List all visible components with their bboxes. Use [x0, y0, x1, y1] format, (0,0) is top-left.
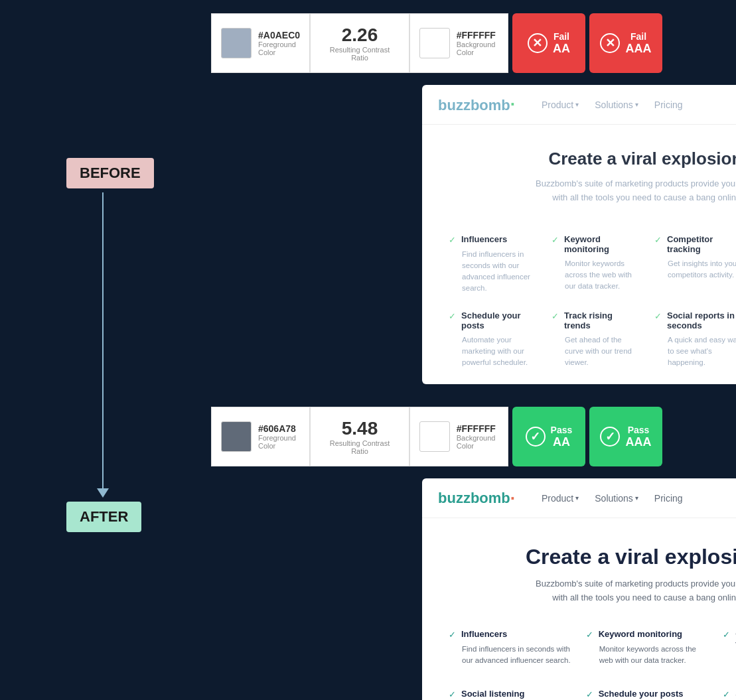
before-bg-color-box: #FFFFFF Background Color	[409, 13, 508, 73]
after-feature-competitor-desc: Insights into your competitors activity …	[723, 653, 736, 676]
before-feature-keyword: ✓ Keyword monitoring Monitor keywords ac…	[552, 234, 641, 295]
before-bg-swatch	[419, 28, 450, 58]
before-navbar: buzzbomb· Product ▾ Solutions ▾ Pricing …	[422, 85, 736, 125]
before-contrast-box: 2.26 Resulting Contrast Ratio	[310, 13, 409, 73]
before-check-competitor: ✓	[654, 235, 662, 245]
before-nav-solutions[interactable]: Solutions ▾	[588, 96, 645, 114]
before-fg-color-box: #A0AEC0 Foreground Color	[211, 13, 310, 73]
before-contrast-number: 2.26	[342, 25, 378, 46]
after-pass-aaa-badge: ✓ Pass AAA	[589, 407, 662, 466]
before-feature-competitor-title: Competitor tracking	[667, 234, 736, 254]
before-fail-aa-status: Fail	[553, 31, 569, 42]
before-hero: Create a viral explosion. Buzzbomb's sui…	[422, 125, 736, 218]
before-feature-trends-title: Track rising trends	[564, 311, 641, 330]
before-fg-hex: #A0AEC0	[258, 30, 300, 40]
after-checker-row: #606A78 Foreground Color 5.48 Resulting …	[211, 407, 662, 466]
after-navbar: buzzbomb· Product ▾ Solutions ▾ Pricing …	[422, 478, 736, 518]
after-bg-color-box: #FFFFFF Background Color	[409, 407, 508, 466]
after-hero: Create a viral explosion. Buzzbomb's sui…	[422, 518, 736, 618]
after-pass-aa-level: AA	[553, 435, 570, 449]
before-check-influencers: ✓	[449, 235, 456, 245]
after-pass-aa-icon: ✓	[526, 427, 546, 447]
before-feature-competitor: ✓ Competitor tracking Get insights into …	[654, 234, 736, 295]
before-fail-aaa-level: AAA	[625, 42, 651, 56]
before-fg-label: Foreground Color	[258, 40, 300, 56]
before-fail-aaa-status: Fail	[630, 31, 646, 42]
before-feature-keyword-title: Keyword monitoring	[564, 234, 641, 254]
after-contrast-label: Resulting Contrast Ratio	[321, 439, 398, 455]
after-contrast-number: 5.48	[342, 418, 378, 439]
after-hero-title: Create a viral explosion.	[449, 545, 736, 569]
before-feature-reports: ✓ Social reports in seconds A quick and …	[654, 311, 736, 369]
after-nav-solutions-chevron: ▾	[635, 494, 638, 502]
after-bg-label: Background Color	[457, 434, 498, 450]
after-feature-reports: ✓ Social reports in seconds A quick and …	[723, 689, 736, 700]
after-features-grid: ✓ Influencers Find influencers in second…	[422, 618, 736, 700]
before-fg-swatch	[221, 28, 252, 58]
after-feature-competitor: ✓ Competitor & trends tracking Insights …	[723, 629, 736, 676]
after-pass-aa-status: Pass	[551, 425, 573, 435]
after-check-social-listening: ✓	[449, 689, 456, 699]
before-feature-reports-desc: A quick and easy way to see what's happe…	[654, 334, 736, 369]
after-pass-aa-badge: ✓ Pass AA	[512, 407, 585, 466]
before-hero-title: Create a viral explosion.	[449, 149, 736, 169]
before-contrast-label: Resulting Contrast Ratio	[321, 46, 398, 62]
before-feature-reports-title: Social reports in seconds	[667, 311, 736, 330]
before-fail-aa-level: AA	[553, 42, 570, 56]
before-nav-solutions-chevron: ▾	[635, 101, 638, 108]
before-features-row1: ✓ Influencers Find influencers in second…	[422, 218, 736, 311]
before-feature-keyword-desc: Monitor keywords across the web with our…	[552, 258, 641, 293]
after-logo: buzzbomb·	[438, 490, 515, 507]
after-feature-keyword-title: Keyword monitoring	[599, 629, 682, 639]
before-fail-aa-badge: ✕ Fail AA	[512, 13, 585, 73]
before-feature-schedule: ✓ Schedule your posts Automate your mark…	[449, 311, 538, 369]
after-check-reports: ✓	[723, 689, 730, 699]
after-check-competitor: ✓	[723, 630, 730, 640]
before-bg-hex: #FFFFFF	[457, 30, 498, 40]
before-feature-trends: ✓ Track rising trends Get ahead of the c…	[552, 311, 641, 369]
after-pass-aaa-icon: ✓	[600, 427, 620, 447]
after-fg-label: Foreground Color	[258, 434, 300, 450]
after-feature-influencers-desc: Find influencers in seconds with our adv…	[449, 644, 573, 667]
after-fg-swatch	[221, 421, 252, 452]
after-nav-product[interactable]: Product ▾	[535, 489, 585, 508]
before-logo: buzzbomb·	[438, 96, 515, 114]
after-nav-pricing[interactable]: Pricing	[648, 489, 690, 508]
after-check-keyword: ✓	[586, 630, 593, 640]
before-feature-competitor-desc: Get insights into your competitors activ…	[654, 258, 736, 281]
before-feature-schedule-title: Schedule your posts	[461, 311, 538, 330]
before-nav-product[interactable]: Product ▾	[535, 96, 585, 114]
after-feature-keyword-desc: Monitor keywords across the web with our…	[586, 644, 710, 667]
after-nav-product-chevron: ▾	[575, 494, 579, 502]
before-check-reports: ✓	[654, 311, 662, 321]
after-mockup: buzzbomb· Product ▾ Solutions ▾ Pricing …	[422, 478, 736, 700]
after-nav-solutions[interactable]: Solutions ▾	[588, 489, 645, 508]
before-check-schedule: ✓	[449, 311, 456, 321]
before-hero-subtitle: Buzzbomb's suite of marketing products p…	[449, 177, 736, 205]
before-feature-schedule-desc: Automate your marketing with our powerfu…	[449, 334, 538, 369]
before-feature-influencers-desc: Find influencers in seconds with our adv…	[449, 249, 538, 295]
before-fail-aaa-badge: ✕ Fail AAA	[589, 13, 662, 73]
after-hero-subtitle: Buzzbomb's suite of marketing products p…	[449, 577, 736, 605]
after-feature-schedule: ✓ Schedule your posts Automate your mark…	[586, 689, 710, 700]
before-feature-trends-desc: Get ahead of the curve with our trend vi…	[552, 334, 641, 369]
before-nav-product-chevron: ▾	[575, 101, 579, 108]
after-nav-links: Product ▾ Solutions ▾ Pricing	[535, 489, 736, 508]
after-check-schedule: ✓	[586, 689, 593, 699]
after-fg-hex: #606A78	[258, 423, 300, 434]
after-check-influencers: ✓	[449, 630, 456, 640]
before-features-row2: ✓ Schedule your posts Automate your mark…	[422, 311, 736, 385]
before-fail-aa-icon: ✕	[528, 33, 548, 53]
before-fail-aaa-icon: ✕	[600, 33, 620, 53]
after-pass-aaa-level: AAA	[625, 435, 651, 449]
before-mockup: buzzbomb· Product ▾ Solutions ▾ Pricing …	[422, 85, 736, 384]
before-nav-pricing[interactable]: Pricing	[648, 96, 690, 114]
before-bg-label: Background Color	[457, 40, 498, 56]
before-check-trends: ✓	[552, 311, 559, 321]
after-feature-social-listening-title: Social listening	[461, 689, 524, 699]
after-contrast-box: 5.48 Resulting Contrast Ratio	[310, 407, 409, 466]
after-feature-influencers-title: Influencers	[461, 629, 507, 639]
before-feature-influencers-title: Influencers	[461, 234, 507, 244]
after-bg-hex: #FFFFFF	[457, 423, 498, 434]
before-nav-links: Product ▾ Solutions ▾ Pricing	[535, 96, 736, 114]
